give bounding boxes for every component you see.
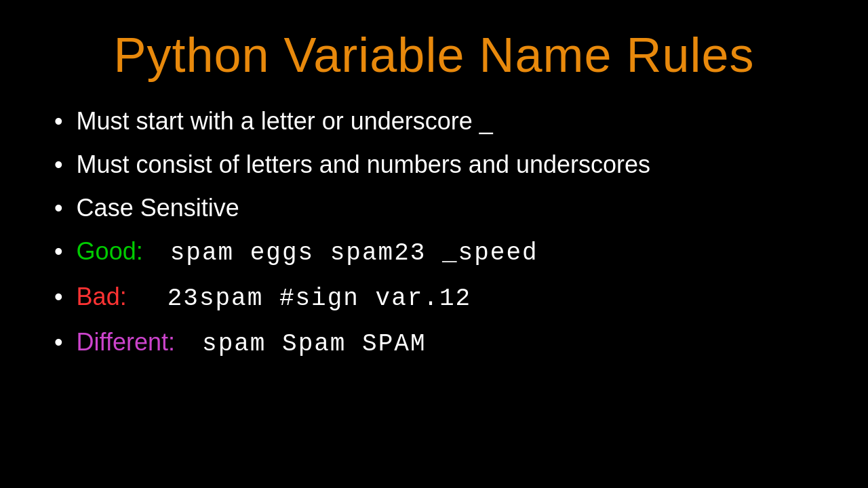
- bullet-text-rule1: Must start with a letter or underscore _: [77, 103, 493, 140]
- bullet-dot-1: •: [54, 103, 63, 140]
- bullet-dot-different: •: [54, 324, 63, 361]
- bullet-item-rule2: • Must consist of letters and numbers an…: [54, 146, 814, 183]
- bullet-text-rule2: Must consist of letters and numbers and …: [77, 146, 650, 183]
- bullet-dot-2: •: [54, 146, 63, 183]
- bullet-text-different: Different: spam Spam SPAM: [77, 324, 427, 363]
- good-examples: spam eggs spam23 _speed: [170, 239, 538, 267]
- bullet-item-bad: • Bad: 23spam #sign var.12: [54, 279, 814, 317]
- slide-title: Python Variable Name Rules: [54, 27, 814, 83]
- bad-label: Bad:: [77, 283, 127, 310]
- bullet-item-rule1: • Must start with a letter or underscore…: [54, 103, 814, 140]
- bullet-dot-good: •: [54, 233, 63, 270]
- bullet-dot-3: •: [54, 190, 63, 226]
- bad-examples: 23spam #sign var.12: [167, 285, 471, 312]
- good-label: Good:: [77, 237, 143, 265]
- bullet-item-good: • Good: spam eggs spam23 _speed: [54, 233, 814, 272]
- different-label: Different:: [77, 328, 175, 356]
- bullet-text-rule3: Case Sensitive: [77, 190, 239, 226]
- bullet-text-good: Good: spam eggs spam23 _speed: [77, 233, 538, 272]
- bullet-item-rule3: • Case Sensitive: [54, 190, 814, 226]
- bullet-text-bad: Bad: 23spam #sign var.12: [77, 279, 472, 317]
- bullet-list: • Must start with a letter or underscore…: [54, 103, 814, 363]
- slide: Python Variable Name Rules • Must start …: [0, 0, 868, 488]
- different-examples: spam Spam SPAM: [202, 330, 426, 358]
- bullet-item-different: • Different: spam Spam SPAM: [54, 324, 814, 363]
- bullet-dot-bad: •: [54, 279, 63, 315]
